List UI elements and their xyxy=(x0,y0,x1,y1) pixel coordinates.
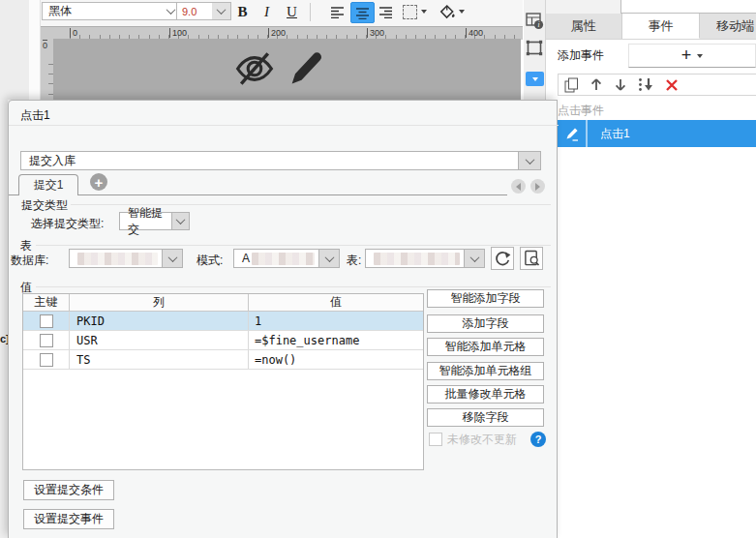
batch-modify-cell-button[interactable]: 批量修改单元格 xyxy=(427,385,544,404)
dropdown-button[interactable] xyxy=(162,250,182,267)
refresh-icon xyxy=(495,251,511,267)
sort-order-icon[interactable] xyxy=(638,77,654,92)
unmodified-checkbox[interactable] xyxy=(429,433,442,446)
move-up-icon[interactable] xyxy=(590,77,603,92)
underline-button[interactable]: U xyxy=(281,1,303,22)
caret-down-icon xyxy=(421,10,427,14)
tab-events[interactable]: 事件 xyxy=(622,14,701,39)
group-submit-type-label: 提交类型 xyxy=(21,197,68,214)
move-down-icon[interactable] xyxy=(614,77,627,92)
add-event-label: 添加事件 xyxy=(558,47,604,64)
format-toolbar: 黑体 9.0 B I U xyxy=(41,0,523,26)
set-submit-condition-button[interactable]: 设置提交条件 xyxy=(23,480,114,500)
refresh-button[interactable] xyxy=(491,247,514,270)
align-left-button[interactable] xyxy=(326,2,348,21)
report-canvas[interactable] xyxy=(53,39,521,100)
group-line xyxy=(36,286,551,287)
value-cell[interactable]: =now() xyxy=(249,350,423,369)
left-panel-gap xyxy=(29,0,41,100)
column-cell[interactable]: USR xyxy=(70,331,249,349)
dialog-title: 点击1 xyxy=(20,107,50,124)
smart-add-cell-button[interactable]: 智能添加单元格 xyxy=(427,338,544,356)
copy-icon[interactable] xyxy=(564,77,579,93)
event-action-value: 提交入库 xyxy=(21,153,518,169)
ruler-label: 400 xyxy=(466,28,483,38)
collapse-dropdown-button[interactable] xyxy=(526,72,544,86)
submit-tab[interactable]: 提交1 xyxy=(18,174,78,195)
schema-select[interactable]: A xyxy=(233,249,340,268)
chevron-down-icon xyxy=(167,253,177,262)
dropdown-button[interactable] xyxy=(518,152,540,169)
unmodified-no-update-option: 未修改不更新 ? xyxy=(429,431,557,448)
add-event-button[interactable]: + xyxy=(628,44,756,68)
table-label: 表: xyxy=(347,253,361,269)
set-submit-event-button[interactable]: 设置提交事件 xyxy=(23,509,114,529)
value-cell[interactable]: 1 xyxy=(249,312,423,330)
italic-button[interactable]: I xyxy=(257,1,277,22)
primary-key-checkbox[interactable] xyxy=(40,334,53,347)
horizontal-ruler: 0 100 200 300 400 xyxy=(41,26,523,40)
event-action-select[interactable]: 提交入库 xyxy=(20,151,541,170)
smart-add-field-button[interactable]: 智能添加字段 xyxy=(427,289,544,308)
ruler-label: 100 xyxy=(169,28,187,38)
table-header-row: 主键 列 值 xyxy=(23,294,423,312)
tab-properties[interactable]: 属性 xyxy=(546,14,622,39)
remove-field-button[interactable]: 移除字段 xyxy=(427,408,544,427)
table-row[interactable]: TS =now() xyxy=(23,350,423,370)
masked-schema-value xyxy=(252,253,315,265)
dropdown-button[interactable] xyxy=(318,250,339,267)
primary-key-checkbox[interactable] xyxy=(40,353,53,367)
chevron-down-icon xyxy=(166,5,176,15)
event-list-toolbar xyxy=(558,74,756,96)
preview-button[interactable] xyxy=(520,247,543,270)
fill-color-button[interactable] xyxy=(436,2,469,21)
masked-table-value xyxy=(374,253,460,265)
schema-label: 模式: xyxy=(197,253,223,269)
chevron-down-icon xyxy=(217,5,227,15)
table-row[interactable]: PKID 1 xyxy=(23,312,423,331)
dropdown-button[interactable] xyxy=(171,213,189,229)
font-size-dropdown-button[interactable] xyxy=(212,2,231,20)
font-family-select[interactable]: 黑体 xyxy=(42,2,179,20)
align-right-icon xyxy=(378,6,393,18)
caret-down-icon xyxy=(459,10,465,14)
table-info-icon[interactable]: i xyxy=(526,13,544,30)
add-field-button[interactable]: 添加字段 xyxy=(427,314,544,333)
database-select[interactable] xyxy=(69,249,183,268)
column-cell[interactable]: TS xyxy=(70,350,249,369)
align-right-button[interactable] xyxy=(375,2,397,21)
submit-settings-dialog: 点击1 提交入库 提交1 + 提交类型 选择提交类型: 智能提交 表 数据库: … xyxy=(8,100,558,538)
add-submit-tab-button[interactable]: + xyxy=(90,173,107,191)
tab-mobile[interactable]: 移动端 xyxy=(700,14,756,39)
column-cell[interactable]: PKID xyxy=(70,312,249,330)
border-style-button[interactable] xyxy=(399,2,431,21)
group-line xyxy=(36,245,551,246)
submit-type-select[interactable]: 智能提交 xyxy=(119,212,190,230)
value-cell[interactable]: =$fine_username xyxy=(249,331,423,349)
edit-cell[interactable] xyxy=(558,120,588,147)
dropdown-button[interactable] xyxy=(464,250,484,267)
table-row[interactable]: USR =$fine_username xyxy=(23,331,423,350)
bold-button[interactable]: B xyxy=(232,1,253,22)
event-list-item-selected[interactable]: 点击1 xyxy=(558,120,756,147)
primary-key-checkbox[interactable] xyxy=(40,314,53,328)
shape-frame-icon[interactable] xyxy=(526,40,543,56)
ruler-label: 0 xyxy=(43,40,47,50)
inspector-panel: 属性 事件 移动端 添加事件 + 点击事件 xyxy=(545,0,756,538)
tab-scroll-right-button[interactable] xyxy=(530,179,545,194)
smart-add-cell-group-button[interactable]: 智能添加单元格组 xyxy=(427,362,544,380)
pencil-icon xyxy=(286,44,324,90)
table-select[interactable] xyxy=(365,249,485,268)
submit-type-value: 智能提交 xyxy=(120,205,171,238)
delete-x-icon[interactable] xyxy=(665,78,679,92)
paint-bucket-icon xyxy=(439,4,456,19)
chevron-down-icon xyxy=(176,215,186,224)
value-mapping-table: 主键 列 值 PKID 1 USR =$fine_username TS =no… xyxy=(22,293,424,470)
help-icon[interactable]: ? xyxy=(530,432,546,447)
chevron-down-icon xyxy=(525,155,534,164)
tab-scroll-left-button[interactable] xyxy=(511,179,526,194)
align-left-icon xyxy=(330,6,345,18)
caret-down-icon xyxy=(532,77,538,81)
align-center-button[interactable] xyxy=(350,2,375,23)
header-column: 列 xyxy=(70,294,249,311)
